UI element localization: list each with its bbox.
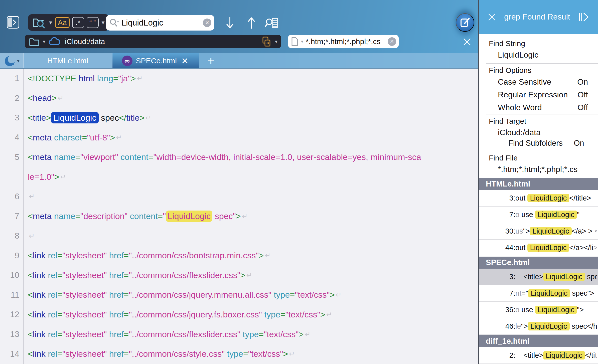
sidebar-toggle-button[interactable] xyxy=(7,16,19,29)
file-filter-input[interactable]: ▾ *.htm;*.html;*.phpl;*.cs × xyxy=(288,35,399,48)
find-option-row[interactable]: Regular ExpressionOff xyxy=(479,88,598,101)
find-next-button[interactable] xyxy=(222,15,237,31)
code-line[interactable]: 7<meta name="description" content="Liqui… xyxy=(0,206,478,226)
result-match-row[interactable]: 3:out LiquidLogic</title> xyxy=(479,190,598,207)
file-filter-value[interactable]: *.htm;*.html;*.phpl;*.cs xyxy=(306,37,386,46)
code-line[interactable]: 11<link rel="stylesheet" href="../common… xyxy=(0,285,478,305)
code-token: = xyxy=(75,152,80,162)
code-token: spec xyxy=(99,113,119,123)
sidebar-toggle-fill xyxy=(8,18,12,27)
code-token: title xyxy=(33,113,46,123)
find-bar-close-button[interactable] xyxy=(462,37,472,47)
app-menu-dropdown-icon: ▾ xyxy=(17,58,20,64)
search-value[interactable]: LiquidLogic xyxy=(121,18,203,28)
tab-htmle[interactable]: HTMLe.html xyxy=(24,53,112,68)
compose-button[interactable] xyxy=(456,13,474,32)
result-file-header[interactable]: HTMLe.html xyxy=(479,178,598,190)
find-target-path-bar[interactable]: ▾ iCloud:/data ▾ xyxy=(25,35,281,48)
result-match-row[interactable]: 7:o use LiquidLogic" xyxy=(479,207,598,223)
code-line[interactable]: 1<!DOCTYPE html lang="ja">↵ xyxy=(0,69,478,88)
line-number: 10 xyxy=(0,270,23,280)
panel-expand-button[interactable] xyxy=(578,12,589,22)
result-match-row[interactable]: 46:le">LiquidLogic spec</ht xyxy=(479,318,598,335)
find-previous-button[interactable] xyxy=(244,15,259,31)
match-line-number: 30: xyxy=(479,227,515,235)
find-subfolders-value: On xyxy=(574,139,584,148)
find-options-label: Find Options xyxy=(479,64,598,76)
folder-icon[interactable] xyxy=(29,37,40,46)
tab-close-icon[interactable]: ✕ xyxy=(180,57,190,65)
search-results-list-button[interactable] xyxy=(264,15,279,31)
folder-search-button[interactable] xyxy=(32,17,46,29)
copy-files-dropdown-icon[interactable]: ▾ xyxy=(274,39,278,45)
code-token: meta xyxy=(33,152,52,162)
result-file-header[interactable]: diff_1e.html xyxy=(479,335,598,347)
code-line[interactable]: 6↵ xyxy=(0,187,478,207)
code-token: "../common/css/jquery.mmenu.all.css" xyxy=(129,290,271,300)
compose-icon xyxy=(460,17,471,28)
filter-clear-icon[interactable]: × xyxy=(388,37,396,46)
code-line[interactable]: 4<meta charset="utf-8">↵ xyxy=(0,128,478,147)
find-string-value: LiquidLogic xyxy=(479,49,598,63)
case-sensitive-button[interactable]: Aa xyxy=(55,17,69,28)
options-dropdown-icon[interactable]: ▾ xyxy=(101,19,105,26)
folder-search-dropdown-icon[interactable]: ▾ xyxy=(49,19,53,26)
snippet-text: le xyxy=(515,322,521,330)
result-match-row[interactable]: 44:out LiquidLogic</a></li> xyxy=(479,240,598,256)
snippet-text: "> xyxy=(523,227,530,235)
code-editor[interactable]: 1<!DOCTYPE html lang="ja">↵2<head>↵3<tit… xyxy=(0,69,478,364)
search-clear-icon[interactable]: × xyxy=(203,19,211,27)
line-number: 8 xyxy=(0,231,23,241)
result-match-row[interactable]: 7:nt="LiquidLogic spec"> xyxy=(479,285,598,302)
result-match-row[interactable]: 3: <title>LiquidLogic spe xyxy=(479,269,598,285)
snippet-text: <title> xyxy=(515,351,543,359)
result-match-row[interactable]: 30:us">LiquidLogic</a> > < xyxy=(479,223,598,240)
code-line[interactable]: 5<meta name="viewport" content="width=de… xyxy=(0,147,478,167)
code-token: > xyxy=(320,310,325,319)
code-line[interactable]: 9<link rel="stylesheet" href="../common/… xyxy=(0,246,478,265)
line-number: 9 xyxy=(0,251,23,260)
panel-close-button[interactable] xyxy=(487,13,496,22)
match-line-number: 7: xyxy=(479,289,515,297)
code-line[interactable]: le=1.0">↵ xyxy=(0,167,478,187)
result-match-row[interactable]: 2: <title>LiquidLogic</tit xyxy=(479,347,598,364)
tab-spece-active[interactable]: ∞ SPECe.html ✕ xyxy=(112,53,199,68)
code-token: = xyxy=(57,251,62,260)
quotes-button[interactable]: “ ” xyxy=(87,17,99,28)
new-tab-button[interactable]: + xyxy=(199,53,223,68)
folder-dropdown-icon[interactable]: ▾ xyxy=(42,39,46,45)
snippet-text: > xyxy=(593,244,597,252)
code-token: "../common/css/jquery.fs.boxer.css" xyxy=(129,310,262,319)
result-match-row[interactable]: 36:o use LiquidLogic"> xyxy=(479,302,598,318)
copy-files-icon[interactable] xyxy=(261,36,272,47)
code-line[interactable]: 8↵ xyxy=(0,226,478,246)
find-subfolders-row[interactable]: Find Subfolders On xyxy=(479,138,598,151)
snippet-text: t xyxy=(595,351,597,359)
regex-button[interactable]: .* xyxy=(72,17,84,28)
result-file-header[interactable]: SPECe.html xyxy=(479,257,598,269)
code-line[interactable]: 2<head>↵ xyxy=(0,88,478,108)
find-option-row[interactable]: Case SensitiveOn xyxy=(479,76,598,88)
code-token: = xyxy=(57,310,62,319)
app-menu-button[interactable]: ▾ xyxy=(0,53,24,68)
code-line[interactable]: 13<link rel="stylesheet" href="../common… xyxy=(0,324,478,344)
code-token: ↵ xyxy=(57,94,63,102)
tab-label: HTMLe.html xyxy=(47,57,88,65)
search-match-highlight: LiquidLogic xyxy=(527,244,569,252)
find-option-row[interactable]: Whole WordOff xyxy=(479,101,598,114)
filter-dropdown-icon[interactable]: ▾ xyxy=(301,39,304,44)
app-logo-icon xyxy=(4,54,17,67)
code-token: "../common/css/bootstrap.min.css" xyxy=(129,251,259,260)
code-line[interactable]: 10<link rel="stylesheet" href="../common… xyxy=(0,265,478,285)
code-line[interactable]: 14<link rel="stylesheet" href="../common… xyxy=(0,344,478,364)
code-token: = xyxy=(124,290,129,300)
tab-label: SPECe.html xyxy=(136,57,177,65)
code-line[interactable]: 3<title>LiquidLogic spec</title>↵ xyxy=(0,108,478,128)
match-snippet: out LiquidLogic</title> xyxy=(515,194,597,202)
tab-bar: ▾ HTMLe.html ∞ SPECe.html ✕ + xyxy=(0,53,478,69)
code-token: = xyxy=(124,310,129,319)
snippet-text: spe xyxy=(585,273,597,281)
code-token: </ xyxy=(119,113,126,123)
code-line[interactable]: 12<link rel="stylesheet" href="../common… xyxy=(0,305,478,324)
search-input[interactable]: LiquidLogic × xyxy=(106,15,214,31)
